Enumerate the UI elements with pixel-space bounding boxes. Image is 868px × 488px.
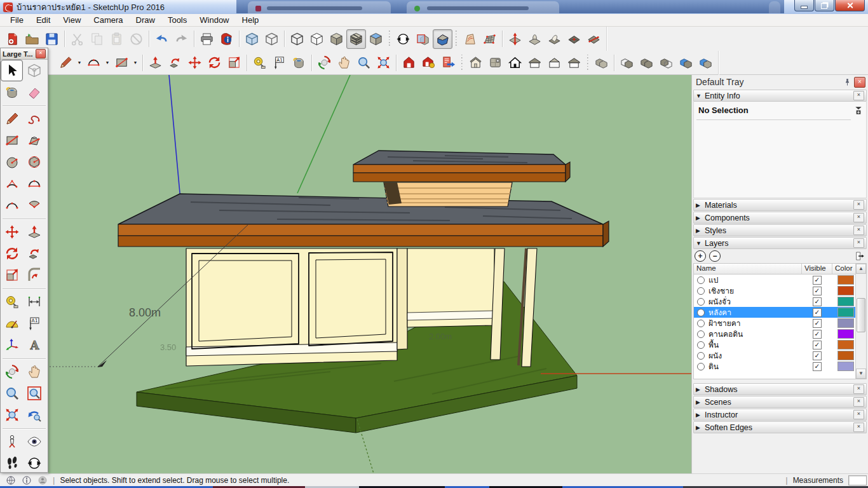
column-header-name[interactable]: Name	[694, 264, 802, 274]
layer-row[interactable]: ฝ้าชายคา✓	[694, 318, 866, 329]
line-tool-button[interactable]	[56, 53, 76, 72]
cut-button[interactable]	[67, 29, 87, 49]
arc-tools-button[interactable]	[84, 53, 104, 72]
follow-me-tool[interactable]	[23, 243, 45, 264]
panel-entity-info-header[interactable]: ▼ Entity Info ×	[693, 90, 867, 102]
layer-radio[interactable]	[697, 287, 705, 295]
three-point-arc-tool[interactable]	[1, 194, 23, 216]
pan-button[interactable]	[334, 53, 354, 72]
layer-visible-checkbox[interactable]: ✓	[813, 341, 822, 349]
layer-color-swatch[interactable]	[837, 351, 854, 360]
layer-radio[interactable]	[697, 309, 705, 316]
layer-radio[interactable]	[697, 341, 705, 349]
solid-outer-shell-button[interactable]	[592, 53, 611, 72]
view-left-button[interactable]	[564, 53, 584, 72]
extension-warehouse-button[interactable]	[438, 53, 458, 72]
layer-visible-checkbox[interactable]: ✓	[813, 276, 822, 285]
solid-union-button[interactable]	[637, 53, 656, 72]
panel-soften-edges-header[interactable]: ▶Soften Edges×	[693, 421, 867, 433]
new-button[interactable]	[3, 29, 22, 49]
section-plane-tool[interactable]	[23, 452, 45, 474]
layer-details-button[interactable]	[854, 251, 865, 261]
solid-subtract-button[interactable]	[656, 53, 676, 72]
layer-row[interactable]: ดิน✓	[694, 361, 866, 372]
solid-intersect-button[interactable]	[617, 53, 637, 72]
push-pull-button[interactable]	[146, 53, 165, 72]
rectangle-tool[interactable]	[1, 130, 23, 151]
scroll-up-button[interactable]: ▲	[856, 264, 866, 274]
freehand-tool[interactable]	[23, 108, 45, 130]
shape-tools-button-dropdown[interactable]: ▼	[132, 53, 139, 72]
restore-button[interactable]	[815, 0, 834, 11]
view-back-button[interactable]	[545, 53, 564, 72]
walk-tool[interactable]	[1, 452, 23, 474]
view-top-button[interactable]	[485, 53, 505, 72]
layer-color-swatch[interactable]	[837, 275, 854, 285]
measurements-field[interactable]	[848, 475, 867, 485]
section-plane-display-button[interactable]	[393, 29, 413, 49]
layer-color-swatch[interactable]	[837, 297, 854, 306]
add-layer-button[interactable]: +	[695, 250, 706, 262]
layers-scrollbar[interactable]: ▲ ▼	[855, 264, 866, 379]
layer-row[interactable]: พื้น✓	[694, 339, 866, 350]
display-section-planes-button[interactable]	[413, 29, 433, 49]
menu-view[interactable]: View	[57, 15, 87, 25]
line-tool-button-dropdown[interactable]: ▼	[76, 53, 83, 72]
paint-bucket-tool[interactable]	[1, 81, 23, 103]
zoom-extents-button[interactable]	[374, 53, 393, 72]
axes-tool[interactable]	[1, 334, 23, 356]
zoom-previous-tool[interactable]	[23, 404, 45, 426]
erase-button[interactable]	[126, 29, 146, 49]
arc-tools-button-dropdown[interactable]: ▼	[104, 53, 111, 72]
sandbox-from-scratch-button[interactable]	[480, 29, 499, 49]
column-header-visible[interactable]: Visible	[802, 264, 832, 274]
push-pull-tool[interactable]	[23, 221, 45, 243]
view-right-button[interactable]	[525, 53, 545, 72]
menu-camera[interactable]: Camera	[87, 15, 129, 25]
orbit-tool[interactable]	[1, 361, 23, 383]
warehouse-share-model-button[interactable]	[419, 53, 438, 72]
panel-materials-header[interactable]: ▶Materials×	[693, 199, 867, 211]
menu-file[interactable]: File	[4, 15, 30, 25]
delete-layer-button[interactable]: −	[709, 250, 721, 262]
layer-color-swatch[interactable]	[837, 318, 854, 328]
view-iso-button[interactable]	[466, 53, 485, 72]
layer-color-swatch[interactable]	[837, 329, 854, 339]
scroll-down-button[interactable]: ▼	[856, 369, 866, 379]
3d-text-tool[interactable]	[23, 334, 45, 356]
layer-color-swatch[interactable]	[837, 286, 854, 295]
viewport[interactable]: 3.50 2.00m 8.00	[48, 75, 691, 473]
sandbox-from-contours-button[interactable]	[460, 29, 480, 49]
menu-draw[interactable]: Draw	[130, 15, 161, 25]
close-instructor-button[interactable]: ×	[853, 410, 864, 419]
layer-radio[interactable]	[697, 352, 705, 360]
text-tool[interactable]	[23, 313, 45, 334]
layer-visible-checkbox[interactable]: ✓	[813, 308, 822, 317]
eraser-tool[interactable]	[23, 81, 45, 103]
make-component-tool[interactable]	[23, 60, 45, 81]
scrollbar-thumb[interactable]	[857, 298, 865, 332]
warehouse-get-models-button[interactable]	[399, 53, 419, 72]
paint-bucket-button[interactable]	[289, 53, 309, 72]
layer-color-swatch[interactable]	[837, 362, 854, 371]
panel-scenes-header[interactable]: ▶Scenes×	[693, 396, 867, 408]
dimension-tool[interactable]	[23, 291, 45, 313]
flip-edge-button[interactable]	[584, 29, 604, 49]
scale-tool[interactable]	[1, 264, 23, 286]
orbit-button[interactable]	[315, 53, 334, 72]
tray-pin-button[interactable]	[842, 77, 852, 87]
rotate-tool[interactable]	[1, 243, 23, 264]
arc-tool[interactable]	[1, 173, 23, 194]
layer-row[interactable]: ผนังจั่ว✓	[694, 296, 866, 307]
close-layers-button[interactable]: ×	[853, 238, 864, 248]
layer-radio[interactable]	[697, 320, 705, 327]
layer-row[interactable]: คานคอดิน✓	[694, 329, 866, 339]
close-materials-button[interactable]: ×	[853, 200, 864, 210]
tape-measure-tool[interactable]	[1, 291, 23, 313]
layer-radio[interactable]	[697, 363, 705, 370]
menu-edit[interactable]: Edit	[30, 15, 57, 25]
panel-styles-header[interactable]: ▶Styles×	[693, 224, 867, 236]
layer-row[interactable]: ผนัง✓	[694, 350, 866, 361]
rotated-rectangle-tool[interactable]	[23, 130, 45, 151]
panel-components-header[interactable]: ▶Components×	[693, 212, 867, 224]
